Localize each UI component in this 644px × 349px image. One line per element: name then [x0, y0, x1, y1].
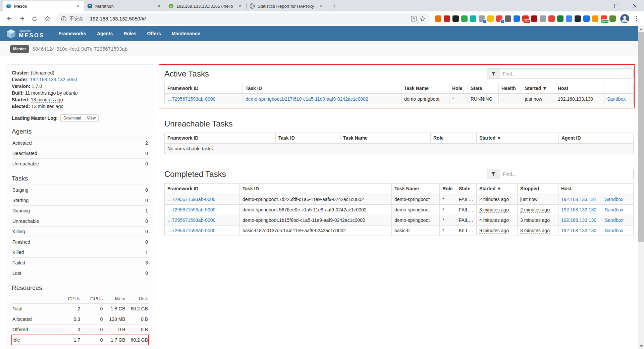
- window-close-button[interactable]: [625, 0, 644, 11]
- col-task-name[interactable]: Task Name: [392, 184, 440, 194]
- sandbox-link[interactable]: Sandbox: [605, 197, 623, 202]
- col-started-sorted[interactable]: Started ▼: [522, 83, 555, 94]
- translate-icon[interactable]: A: [411, 16, 417, 21]
- nav-item-frameworks[interactable]: Frameworks: [53, 26, 91, 41]
- extension-icon[interactable]: [609, 15, 616, 22]
- nav-item-maintenance[interactable]: Maintenance: [166, 26, 206, 41]
- forward-button[interactable]: [16, 13, 28, 24]
- col-task-name[interactable]: Task Name: [401, 83, 449, 94]
- col-role[interactable]: Role: [440, 184, 456, 194]
- col-task-name[interactable]: Task Name: [340, 133, 431, 144]
- extension-icon[interactable]: [557, 15, 564, 22]
- extension-icon[interactable]: [461, 15, 468, 22]
- extension-icon[interactable]: [470, 15, 476, 22]
- table-row: Unreachable0: [12, 216, 149, 227]
- maximize-button[interactable]: [606, 0, 625, 11]
- nav-item-agents[interactable]: Agents: [92, 26, 118, 41]
- table-row: Deactivated0: [12, 148, 149, 159]
- tab-close-icon[interactable]: [237, 3, 243, 9]
- nav-item-roles[interactable]: Roles: [118, 26, 142, 41]
- address-bar[interactable]: 不安全 192.168.133.132:5050/#/ A: [56, 13, 430, 24]
- scrollbar-thumb[interactable]: [638, 32, 644, 242]
- col-task-id[interactable]: Task ID: [276, 133, 340, 144]
- tab-haproxy-stats[interactable]: Statistics Report for HAProxy: [246, 1, 327, 11]
- started-timestamp: 13 minutes ago: [31, 97, 63, 103]
- col-health[interactable]: Health: [499, 83, 522, 94]
- tab-close-icon[interactable]: [319, 3, 324, 9]
- leader-link[interactable]: 192.168.133.132:5050: [30, 77, 77, 82]
- extension-icon[interactable]: [487, 15, 494, 22]
- host-link[interactable]: 192.168.133.131: [561, 197, 596, 202]
- tab-mesos[interactable]: Mesos: [3, 1, 84, 11]
- sandbox-link[interactable]: Sandbox: [607, 96, 626, 102]
- sandbox-link[interactable]: Sandbox: [605, 207, 623, 212]
- col-host[interactable]: Host: [558, 184, 602, 194]
- extension-icon[interactable]: [583, 15, 590, 22]
- framework-link[interactable]: …7295671593ab-0000: [167, 96, 215, 102]
- col-state[interactable]: State: [468, 83, 499, 94]
- nav-item-offers[interactable]: Offers: [142, 26, 166, 41]
- extension-icon[interactable]: New: [601, 15, 607, 22]
- page-scrollbar[interactable]: [638, 26, 644, 349]
- tab-close-icon[interactable]: [156, 3, 162, 9]
- col-started-sorted[interactable]: Started ▼: [477, 184, 518, 194]
- framework-link[interactable]: …7295671593ab-0000: [167, 228, 215, 233]
- extension-icon[interactable]: [575, 15, 581, 22]
- home-button[interactable]: [42, 13, 53, 24]
- framework-link[interactable]: …7295671593ab-0000: [167, 217, 215, 223]
- extension-icon[interactable]: 99+: [522, 15, 529, 22]
- framework-link[interactable]: …7295671593ab-0000: [167, 197, 215, 202]
- mesos-logo[interactable]: Apache MESOS: [6, 29, 44, 39]
- col-started-sorted[interactable]: Started ▼: [477, 133, 559, 144]
- framework-link[interactable]: …7295671593ab-0000: [167, 207, 215, 212]
- completed-tasks-find-input[interactable]: [499, 169, 634, 179]
- extension-icon[interactable]: [540, 15, 546, 22]
- col-task-id[interactable]: Task ID: [243, 83, 401, 94]
- extension-icon[interactable]: [444, 15, 450, 22]
- log-view-button[interactable]: View: [84, 114, 99, 122]
- col-role[interactable]: Role: [449, 83, 468, 94]
- profile-avatar[interactable]: [620, 14, 629, 23]
- extension-icon[interactable]: [531, 15, 537, 22]
- tab-hello-app[interactable]: 192.168.133.131:31657/hello: [165, 1, 246, 11]
- extension-icon[interactable]: [548, 15, 555, 22]
- sandbox-link[interactable]: Sandbox: [605, 228, 623, 233]
- scrollbar-down-arrow[interactable]: [638, 343, 644, 349]
- col-task-id[interactable]: Task ID: [240, 184, 392, 194]
- extension-icon[interactable]: [592, 15, 598, 22]
- host-link[interactable]: 192.168.133.130: [561, 207, 596, 212]
- col-role[interactable]: Role: [431, 133, 477, 144]
- back-button[interactable]: [3, 13, 15, 24]
- active-tasks-find-input[interactable]: [499, 68, 634, 79]
- tab-marathon[interactable]: Marathon: [84, 1, 165, 11]
- task-link[interactable]: demo-springboot.b217f610-c1a5-11e9-aaf9-…: [246, 96, 368, 102]
- col-host[interactable]: Host: [555, 83, 604, 94]
- extension-icon[interactable]: [435, 15, 441, 22]
- browser-toolbar: 不安全 192.168.133.132:5050/#/ A 1199+New: [0, 11, 644, 26]
- browser-menu-button[interactable]: [633, 15, 641, 23]
- host-link[interactable]: 192.168.133.130: [561, 217, 596, 223]
- log-download-button[interactable]: Download: [60, 114, 84, 122]
- mesos-navbar: Apache MESOS Frameworks Agents Roles Off…: [0, 26, 644, 41]
- reload-button[interactable]: [29, 13, 40, 24]
- col-agent-id[interactable]: Agent ID: [559, 133, 634, 144]
- host-link[interactable]: 192.168.133.130: [561, 228, 596, 233]
- tab-close-icon[interactable]: [75, 3, 80, 9]
- col-framework-id[interactable]: Framework ID: [165, 83, 243, 94]
- minimize-button[interactable]: [588, 0, 606, 11]
- extension-icon[interactable]: [452, 15, 459, 22]
- extension-icon[interactable]: [514, 15, 520, 22]
- extension-icon[interactable]: 1: [479, 15, 485, 22]
- col-framework-id[interactable]: Framework ID: [165, 184, 240, 194]
- col-framework-id[interactable]: Framework ID: [165, 133, 276, 144]
- extension-icon[interactable]: [505, 15, 511, 22]
- col-stopped[interactable]: Stopped: [518, 184, 558, 194]
- bookmark-star-icon[interactable]: [420, 16, 426, 22]
- extension-icon[interactable]: 1: [496, 15, 502, 22]
- brand-text: Apache MESOS: [19, 30, 44, 38]
- col-state[interactable]: State: [456, 184, 477, 194]
- new-tab-button[interactable]: [329, 1, 339, 11]
- sandbox-link[interactable]: Sandbox: [605, 217, 623, 223]
- extension-icon[interactable]: [566, 15, 572, 22]
- scrollbar-up-arrow[interactable]: [638, 26, 644, 32]
